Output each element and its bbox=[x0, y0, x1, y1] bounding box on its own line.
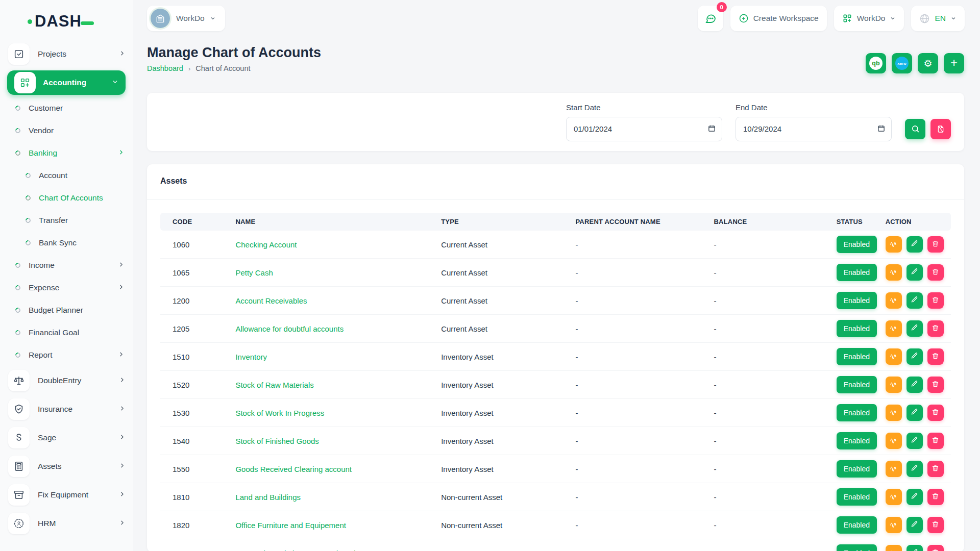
sidebar-item-budget-planner[interactable]: Budget Planner bbox=[0, 299, 133, 321]
view-transactions-button[interactable] bbox=[886, 236, 902, 253]
account-name-link[interactable]: Accum.depreciation-Furn. and Equip bbox=[235, 549, 359, 551]
reset-filter-button[interactable] bbox=[930, 119, 951, 139]
view-transactions-button[interactable] bbox=[886, 517, 902, 533]
sidebar-item-bank-sync[interactable]: Bank Sync bbox=[0, 232, 133, 254]
language-dropdown[interactable]: EN bbox=[911, 6, 965, 31]
sidebar-item-sage[interactable]: Sage bbox=[0, 423, 133, 452]
workspace-selector[interactable]: WorkDo bbox=[147, 6, 225, 31]
account-name-link[interactable]: Inventory bbox=[235, 353, 267, 361]
sidebar-item-projects[interactable]: Projects bbox=[0, 40, 133, 68]
apply-filter-button[interactable] bbox=[905, 119, 925, 139]
status-enabled-button[interactable]: Enabled bbox=[837, 488, 877, 506]
edit-account-button[interactable] bbox=[906, 489, 923, 505]
edit-account-button[interactable] bbox=[906, 236, 923, 253]
delete-account-button[interactable] bbox=[927, 433, 944, 449]
account-name-link[interactable]: Allowance for doubtful accounts bbox=[235, 324, 344, 333]
delete-account-button[interactable] bbox=[927, 461, 944, 477]
account-name-link[interactable]: Account Receivables bbox=[235, 296, 307, 305]
app-switcher-dropdown[interactable]: WorkDo bbox=[834, 6, 904, 31]
status-enabled-button[interactable]: Enabled bbox=[837, 404, 877, 421]
view-transactions-button[interactable] bbox=[886, 433, 902, 449]
view-transactions-button[interactable] bbox=[886, 264, 902, 281]
trash-icon bbox=[932, 324, 939, 333]
account-name-link[interactable]: Goods Received Clearing account bbox=[235, 465, 352, 473]
edit-account-button[interactable] bbox=[906, 377, 923, 393]
sidebar-item-transfer[interactable]: Transfer bbox=[0, 209, 133, 232]
delete-account-button[interactable] bbox=[927, 348, 944, 365]
quickbooks-button[interactable]: qb bbox=[866, 53, 886, 73]
edit-account-button[interactable] bbox=[906, 517, 923, 533]
edit-account-button[interactable] bbox=[906, 545, 923, 551]
cell-status: Enabled bbox=[832, 343, 881, 371]
account-name-link[interactable]: Petty Cash bbox=[235, 268, 273, 277]
sidebar-item-banking[interactable]: Banking bbox=[0, 142, 133, 164]
edit-account-button[interactable] bbox=[906, 292, 923, 309]
delete-account-button[interactable] bbox=[927, 292, 944, 309]
account-name-link[interactable]: Land and Buildings bbox=[235, 493, 301, 502]
sidebar-item-customer[interactable]: Customer bbox=[0, 97, 133, 119]
create-workspace-button[interactable]: Create Workspace bbox=[730, 6, 827, 31]
cell-action bbox=[881, 539, 951, 551]
sidebar-item-insurance[interactable]: Insurance bbox=[0, 395, 133, 423]
edit-account-button[interactable] bbox=[906, 264, 923, 281]
messages-button[interactable]: 0 bbox=[698, 6, 723, 31]
sidebar-item-income[interactable]: Income bbox=[0, 254, 133, 277]
account-name-link[interactable]: Stock of Work In Progress bbox=[235, 409, 324, 417]
status-enabled-button[interactable]: Enabled bbox=[837, 544, 877, 551]
delete-account-button[interactable] bbox=[927, 517, 944, 533]
sidebar-item-account[interactable]: Account bbox=[0, 164, 133, 187]
status-enabled-button[interactable]: Enabled bbox=[837, 264, 877, 281]
view-transactions-button[interactable] bbox=[886, 292, 902, 309]
add-account-button[interactable]: + bbox=[944, 53, 964, 73]
sidebar-item-financial-goal[interactable]: Financial Goal bbox=[0, 321, 133, 344]
status-enabled-button[interactable]: Enabled bbox=[837, 376, 877, 393]
status-enabled-button[interactable]: Enabled bbox=[837, 460, 877, 478]
edit-account-button[interactable] bbox=[906, 320, 923, 337]
edit-account-button[interactable] bbox=[906, 433, 923, 449]
view-transactions-button[interactable] bbox=[886, 545, 902, 551]
view-transactions-button[interactable] bbox=[886, 320, 902, 337]
view-transactions-button[interactable] bbox=[886, 461, 902, 477]
sidebar-item-accounting[interactable]: Accounting bbox=[7, 70, 126, 95]
delete-account-button[interactable] bbox=[927, 236, 944, 253]
cell-parent: - bbox=[571, 455, 709, 483]
delete-account-button[interactable] bbox=[927, 377, 944, 393]
delete-account-button[interactable] bbox=[927, 489, 944, 505]
edit-account-button[interactable] bbox=[906, 348, 923, 365]
sidebar-item-hrm[interactable]: HRM bbox=[0, 509, 133, 538]
sidebar-item-chart-of-accounts[interactable]: Chart Of Accounts bbox=[0, 187, 133, 209]
view-transactions-button[interactable] bbox=[886, 348, 902, 365]
status-enabled-button[interactable]: Enabled bbox=[837, 320, 877, 337]
status-enabled-button[interactable]: Enabled bbox=[837, 516, 877, 534]
status-enabled-button[interactable]: Enabled bbox=[837, 348, 877, 365]
sidebar-item-doubleentry[interactable]: DoubleEntry bbox=[0, 366, 133, 395]
status-enabled-button[interactable]: Enabled bbox=[837, 432, 877, 449]
account-name-link[interactable]: Checking Account bbox=[235, 240, 297, 249]
sidebar-item-vendor[interactable]: Vendor bbox=[0, 119, 133, 142]
account-name-link[interactable]: Office Furniture and Equipement bbox=[235, 521, 346, 530]
edit-account-button[interactable] bbox=[906, 405, 923, 421]
end-date-wrap bbox=[736, 117, 892, 141]
settings-button[interactable]: ⚙ bbox=[918, 53, 938, 73]
sidebar-item-assets[interactable]: Assets bbox=[0, 452, 133, 481]
breadcrumb-dashboard-link[interactable]: Dashboard bbox=[147, 64, 183, 72]
view-transactions-button[interactable] bbox=[886, 489, 902, 505]
sidebar-item-report[interactable]: Report bbox=[0, 344, 133, 366]
delete-account-button[interactable] bbox=[927, 545, 944, 551]
start-date-input[interactable] bbox=[566, 117, 722, 141]
view-transactions-button[interactable] bbox=[886, 405, 902, 421]
sidebar-item-fix-equipment[interactable]: Fix Equipment bbox=[0, 481, 133, 509]
account-name-link[interactable]: Stock of Finished Goods bbox=[235, 437, 318, 445]
view-transactions-button[interactable] bbox=[886, 377, 902, 393]
delete-account-button[interactable] bbox=[927, 264, 944, 281]
status-enabled-button[interactable]: Enabled bbox=[837, 292, 877, 309]
chevron-down-icon bbox=[112, 78, 118, 87]
sidebar-item-expense[interactable]: Expense bbox=[0, 277, 133, 299]
status-enabled-button[interactable]: Enabled bbox=[837, 236, 877, 253]
account-name-link[interactable]: Stock of Raw Materials bbox=[235, 381, 313, 389]
delete-account-button[interactable] bbox=[927, 405, 944, 421]
end-date-input[interactable] bbox=[736, 117, 892, 141]
xero-button[interactable]: xero bbox=[892, 53, 912, 73]
edit-account-button[interactable] bbox=[906, 461, 923, 477]
delete-account-button[interactable] bbox=[927, 320, 944, 337]
